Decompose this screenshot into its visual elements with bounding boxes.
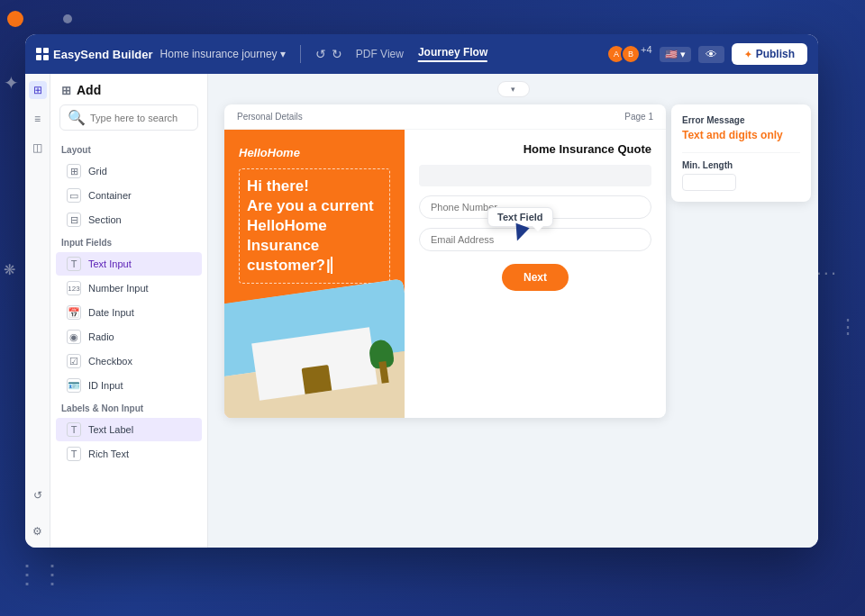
journey-flow-btn[interactable]: Journey Flow <box>418 46 487 62</box>
decorative-dot-orange <box>7 11 23 27</box>
text-label-label: Text Label <box>88 424 133 435</box>
topbar: EasySend Builder Home insurance journey … <box>25 34 818 74</box>
decorative-squiggle-2: ❋ <box>4 261 15 278</box>
decorative-squiggle-1: ✦ <box>4 72 19 94</box>
components-icon[interactable]: ◫ <box>29 139 47 157</box>
breadcrumb-right: Page 1 <box>624 112 653 122</box>
pdf-view-btn[interactable]: PDF View <box>356 48 404 60</box>
side-icons-panel: ⊞ ≡ ◫ ↺ ⚙ <box>25 74 50 548</box>
section-layout-label: Layout <box>50 140 207 159</box>
radio-item[interactable]: ◉ Radio <box>56 325 202 349</box>
rich-text-label: Rich Text <box>88 448 129 459</box>
main-area: ⊞ ≡ ◫ ↺ ⚙ ⊞ Add 🔍 Layout ⊞ Grid ▭ <box>25 74 818 548</box>
number-input-item[interactable]: 123 Number Input <box>56 276 202 300</box>
error-message-value[interactable]: Text and digits only <box>682 129 800 141</box>
error-message-label: Error Message <box>682 115 800 125</box>
divider-1 <box>300 45 301 63</box>
layout-grid-item[interactable]: ⊞ Grid <box>56 159 202 183</box>
text-input-icon: T <box>67 257 81 271</box>
page-right-panel: Home Insurance Quote Next <box>405 130 666 418</box>
id-input-icon: 🪪 <box>67 378 81 393</box>
layers-icon[interactable]: ≡ <box>29 110 47 128</box>
view-switcher: PDF View Journey Flow <box>356 46 487 62</box>
settings-icon[interactable]: ⚙ <box>29 522 47 540</box>
collapse-arrow[interactable]: ▾ <box>497 81 530 97</box>
side-dots-right: ⋮ <box>838 315 858 339</box>
section-input-label: Input Fields <box>50 232 207 251</box>
section-labels-label: Labels & Non Input <box>50 398 207 417</box>
text-input-item[interactable]: T Text Input <box>56 252 202 276</box>
next-button[interactable]: Next <box>502 264 569 291</box>
number-input-icon: 123 <box>67 281 81 295</box>
grid-label: Grid <box>88 166 107 177</box>
page-breadcrumb: Personal Details Page 1 <box>224 104 666 130</box>
language-selector[interactable]: 🇺🇸 ▾ <box>660 47 691 62</box>
grid-icon <box>36 48 49 60</box>
project-name[interactable]: Home insurance journey ▾ <box>160 48 286 60</box>
add-panel-icon[interactable]: ⊞ <box>29 81 47 99</box>
door <box>301 365 332 394</box>
topbar-right: A B +4 🇺🇸 ▾ 👁 Publish <box>606 43 807 65</box>
min-length-label: Min. Length <box>682 160 800 170</box>
app-logo: EasySend Builder <box>36 48 153 61</box>
decorative-dot-white <box>63 14 72 23</box>
placeholder-bar <box>419 165 651 186</box>
undo-redo: ↺ ↻ <box>315 47 342 61</box>
prop-divider <box>682 152 800 153</box>
min-length-row <box>682 174 800 191</box>
text-input-label: Text Input <box>88 258 132 269</box>
text-label-item[interactable]: T Text Label <box>56 418 202 441</box>
section-icon: ⊟ <box>67 213 81 227</box>
search-bar[interactable]: 🔍 <box>59 104 198 131</box>
id-input-label: ID Input <box>88 380 123 391</box>
date-input-icon: 📅 <box>67 305 81 320</box>
dropdown-arrow: ▾ <box>680 49 686 60</box>
properties-panel: Error Message Text and digits only Min. … <box>671 104 811 202</box>
corner-dots: ··· <box>816 261 838 285</box>
id-input-item[interactable]: 🪪 ID Input <box>56 374 202 397</box>
container-icon: ▭ <box>67 188 81 203</box>
hero-text: Hi there!Are you a currentHelloHome Insu… <box>239 168 390 284</box>
checkbox-item[interactable]: ☑ Checkbox <box>56 349 202 373</box>
min-length-input[interactable] <box>682 174 736 191</box>
redo-button[interactable]: ↻ <box>332 47 342 61</box>
history-icon[interactable]: ↺ <box>29 486 47 504</box>
page-logo: HelloHome <box>239 146 390 159</box>
date-input-label: Date Input <box>88 307 134 318</box>
avatar-2: B <box>621 44 641 64</box>
flag-icon: 🇺🇸 <box>665 49 678 60</box>
radio-label: Radio <box>88 331 114 342</box>
app-name: EasySend Builder <box>53 48 153 61</box>
search-icon: 🔍 <box>68 109 86 126</box>
browser-window: EasySend Builder Home insurance journey … <box>25 34 818 548</box>
add-panel: ⊞ Add 🔍 Layout ⊞ Grid ▭ Container ⊟ Sect… <box>50 74 208 548</box>
number-input-label: Number Input <box>88 283 149 294</box>
page-content: HelloHome Hi there!Are you a currentHell… <box>224 130 666 418</box>
checkbox-label: Checkbox <box>88 356 132 367</box>
date-input-item[interactable]: 📅 Date Input <box>56 301 202 324</box>
text-label-icon: T <box>67 422 81 437</box>
panel-add-icon: ⊞ <box>61 84 71 97</box>
bottom-decoration: ⋮⋮ <box>14 559 65 589</box>
undo-button[interactable]: ↺ <box>315 47 326 61</box>
checkbox-icon: ☑ <box>67 354 81 368</box>
rich-text-icon: T <box>67 447 81 461</box>
panel-title: Add <box>77 83 101 97</box>
grid-layout-icon: ⊞ <box>67 164 81 178</box>
page-card: Personal Details Page 1 HelloHome Hi the… <box>224 104 666 418</box>
panel-header: ⊞ Add <box>50 83 207 104</box>
avatar-group: A B +4 <box>606 44 652 64</box>
radio-icon: ◉ <box>67 330 81 344</box>
house-illustration <box>224 278 405 418</box>
preview-button[interactable]: 👁 <box>698 46 724 63</box>
search-input[interactable] <box>90 113 190 123</box>
layout-section-item[interactable]: ⊟ Section <box>56 208 202 231</box>
page-title: Home Insurance Quote <box>419 142 651 156</box>
layout-container-item[interactable]: ▭ Container <box>56 184 202 207</box>
publish-button[interactable]: Publish <box>732 43 807 65</box>
page-left-panel: HelloHome Hi there!Are you a currentHell… <box>224 130 405 418</box>
house-image <box>224 278 405 418</box>
section-label: Section <box>88 214 122 225</box>
container-label: Container <box>88 190 132 201</box>
rich-text-item[interactable]: T Rich Text <box>56 442 202 466</box>
